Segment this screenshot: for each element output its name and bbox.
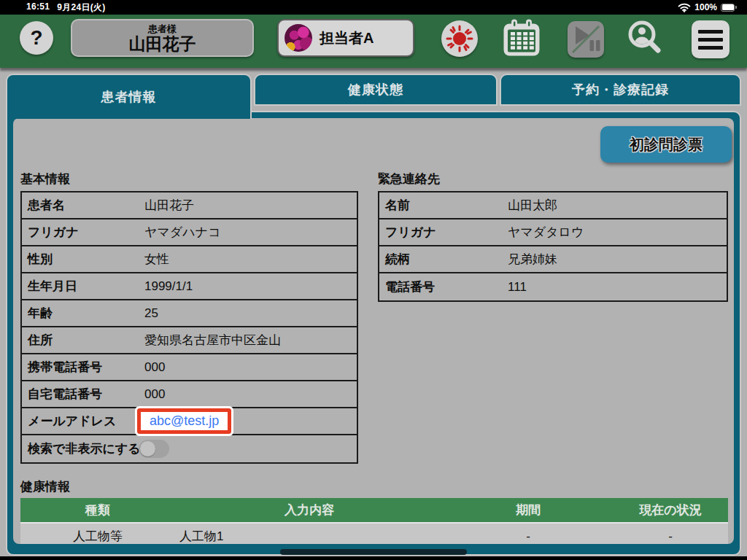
person-search-icon [624, 18, 664, 58]
row-value: 111 [508, 280, 527, 295]
patient-info-content: 初診問診票 基本情報 患者名山田花子フリガナヤマダハナコ性別女性生年月日1999… [13, 118, 734, 544]
table-row: 名前山田太郎 [379, 192, 727, 219]
row-label: 患者名 [22, 197, 144, 214]
hide-from-search-toggle[interactable] [139, 440, 169, 458]
row-value: 000 [144, 360, 165, 375]
row-label: 名前 [379, 197, 508, 214]
table-row: フリガナヤマダハナコ [22, 219, 357, 246]
row-value: 兄弟姉妹 [508, 251, 557, 268]
row-value: ヤマダタロウ [508, 224, 584, 241]
patient-name: 山田花子 [129, 34, 196, 53]
table-row: 生年月日1999/1/1 [22, 273, 357, 300]
health-column-header: 入力内容 [175, 498, 444, 522]
basic-info-heading: 基本情報 [20, 171, 70, 187]
table-row: 患者名山田花子 [22, 192, 357, 219]
table-row: 電話番号111 [379, 273, 727, 300]
health-cell: 人工物1 [175, 524, 444, 544]
staff-button[interactable]: 担当者A [277, 19, 414, 57]
tab-appointments-records-label: 予約・診療記録 [572, 81, 669, 98]
home-indicator[interactable] [280, 549, 467, 555]
health-table-header: 種類入力内容期間現在の状況 [20, 498, 728, 524]
tab-appointments-records[interactable]: 予約・診療記録 [500, 74, 741, 106]
first-visit-questionnaire-button[interactable]: 初診問診票 [600, 126, 732, 163]
row-label: フリガナ [22, 224, 144, 241]
health-column-header: 期間 [444, 498, 613, 522]
tab-patient-info-label: 患者情報 [101, 88, 157, 106]
tab-health-status-label: 健康状態 [348, 81, 403, 98]
row-label: 携帯電話番号 [22, 359, 144, 376]
row-value: 25 [144, 306, 158, 321]
health-cell: 人工物等 [20, 524, 175, 544]
patient-search-button[interactable] [624, 18, 664, 58]
health-column-header: 現在の状況 [613, 498, 728, 522]
emergency-contact-table: 名前山田太郎フリガナヤマダタロウ続柄兄弟姉妹電話番号111 [378, 191, 728, 302]
hamburger-menu-button[interactable] [692, 20, 729, 58]
emergency-alert-button[interactable] [441, 20, 478, 57]
basic-info-table: 患者名山田花子フリガナヤマダハナコ性別女性生年月日1999/1/1年齢25住所愛… [20, 191, 358, 464]
calendar-button[interactable] [502, 18, 541, 58]
health-column-header: 種類 [20, 498, 175, 522]
row-value: ヤマダハナコ [144, 224, 220, 241]
health-info-table: 種類入力内容期間現在の状況人工物等人工物1-- [20, 498, 728, 544]
row-label: 検索で非表示にする [22, 440, 144, 457]
row-value: 1999/1/1 [144, 279, 193, 294]
table-row: 住所愛知県名古屋市中区金山 [22, 327, 357, 354]
hamburger-icon [698, 30, 723, 50]
row-value: 女性 [144, 251, 169, 268]
email-link[interactable]: abc@test.jp [150, 413, 219, 428]
row-value: 000 [144, 387, 165, 402]
help-button-label: ? [30, 26, 42, 50]
battery-icon [721, 4, 737, 12]
table-row: 携帯電話番号000 [22, 354, 357, 381]
help-button[interactable]: ? [20, 21, 53, 55]
play-pause-icon [568, 21, 604, 58]
row-label: 住所 [22, 332, 144, 349]
row-label: 年齢 [22, 305, 144, 322]
health-table-row[interactable]: 人工物等人工物1-- [20, 524, 728, 544]
emergency-contact-heading: 緊急連絡先 [378, 171, 440, 187]
tab-patient-info[interactable]: 患者情報 [6, 74, 252, 119]
status-date: 9月24日(火) [57, 1, 105, 14]
row-label: 性別 [22, 251, 144, 268]
health-cell: - [444, 524, 613, 544]
health-cell: - [613, 524, 728, 544]
row-value: 愛知県名古屋市中区金山 [144, 332, 281, 349]
staff-avatar [285, 24, 312, 52]
first-visit-questionnaire-label: 初診問診票 [630, 135, 703, 155]
app-header: ? 患者様 山田花子 担当者A [0, 15, 747, 68]
patient-button[interactable]: 患者様 山田花子 [71, 19, 254, 57]
tab-health-status[interactable]: 健康状態 [254, 74, 498, 106]
row-label: 続柄 [379, 251, 508, 268]
row-label: フリガナ [379, 224, 508, 241]
toggle-knob [140, 441, 155, 456]
table-row: フリガナヤマダタロウ [379, 219, 727, 246]
row-label: 生年月日 [22, 278, 144, 295]
play-pause-button-disabled [568, 21, 604, 58]
sun-icon [445, 24, 474, 53]
row-label: 電話番号 [379, 279, 508, 295]
table-row: 自宅電話番号000 [22, 381, 357, 408]
staff-name: 担当者A [320, 28, 374, 48]
row-label: メールアドレス [22, 413, 144, 429]
status-time: 16:51 [26, 1, 50, 14]
battery-percent: 100% [694, 2, 717, 12]
row-value: 山田花子 [144, 197, 194, 214]
table-row: メールアドレスabc@test.jp [22, 408, 357, 435]
health-info-heading: 健康情報 [20, 478, 70, 495]
bottom-edge [0, 556, 747, 560]
row-label: 自宅電話番号 [22, 386, 144, 402]
patient-caption: 患者様 [148, 23, 177, 34]
status-bar: 16:51 9月24日(火) 100% [0, 0, 747, 15]
table-row: 検索で非表示にする [22, 435, 357, 462]
row-value: 山田太郎 [508, 197, 557, 214]
table-row: 性別女性 [22, 246, 357, 273]
calendar-icon [502, 18, 541, 58]
table-row: 続柄兄弟姉妹 [379, 246, 727, 273]
table-row: 年齢25 [22, 300, 357, 327]
email-highlight-box: abc@test.jp [137, 408, 231, 434]
wifi-icon [678, 3, 691, 12]
patient-info-panel: 初診問診票 基本情報 患者名山田花子フリガナヤマダハナコ性別女性生年月日1999… [6, 111, 741, 556]
